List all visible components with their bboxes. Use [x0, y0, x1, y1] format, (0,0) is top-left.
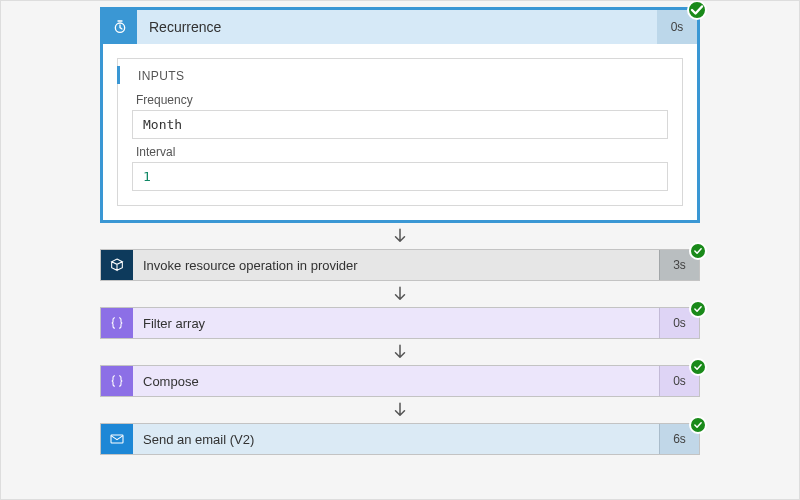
interval-label: Interval: [136, 145, 668, 159]
inputs-panel[interactable]: INPUTS Frequency Month Interval 1: [117, 58, 683, 206]
svg-rect-1: [111, 435, 123, 443]
success-icon: [689, 416, 707, 434]
inputs-heading: INPUTS: [132, 69, 668, 83]
step-title: Send an email (V2): [133, 424, 659, 454]
success-icon: [689, 242, 707, 260]
braces-icon: [101, 366, 133, 396]
success-icon: [687, 0, 707, 20]
step-send-email[interactable]: Send an email (V2) 6s: [100, 423, 700, 455]
recurrence-card[interactable]: Recurrence 0s INPUTS Frequency Month Int…: [100, 7, 700, 223]
step-title: Invoke resource operation in provider: [133, 250, 659, 280]
recurrence-title: Recurrence: [137, 10, 657, 44]
success-icon: [689, 358, 707, 376]
clock-icon: [103, 10, 137, 44]
step-title: Filter array: [133, 308, 659, 338]
recurrence-header[interactable]: Recurrence 0s: [103, 10, 697, 44]
connector-arrow: [100, 339, 700, 365]
recurrence-body: INPUTS Frequency Month Interval 1: [103, 44, 697, 220]
step-filter-array[interactable]: Filter array 0s: [100, 307, 700, 339]
step-invoke-resource[interactable]: Invoke resource operation in provider 3s: [100, 249, 700, 281]
mail-icon: [101, 424, 133, 454]
step-compose[interactable]: Compose 0s: [100, 365, 700, 397]
success-icon: [689, 300, 707, 318]
interval-value[interactable]: 1: [132, 162, 668, 191]
step-title: Compose: [133, 366, 659, 396]
connector-arrow: [100, 281, 700, 307]
frequency-value[interactable]: Month: [132, 110, 668, 139]
braces-icon: [101, 308, 133, 338]
frequency-label: Frequency: [136, 93, 668, 107]
connector-arrow: [100, 397, 700, 423]
connector-arrow: [100, 223, 700, 249]
cube-icon: [101, 250, 133, 280]
